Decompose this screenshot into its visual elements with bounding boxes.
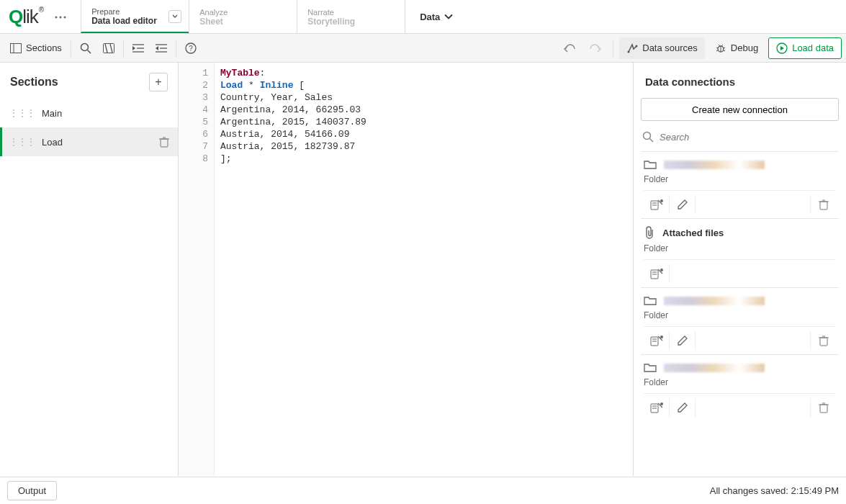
delete-connection-button[interactable] [810, 331, 836, 350]
connection-name-redacted [664, 161, 765, 169]
nav-tab-prepare[interactable]: PrepareData load editor [81, 0, 189, 33]
nav-tab-subtitle: Sheet [199, 17, 284, 27]
help-button[interactable]: ? [179, 37, 202, 59]
svg-rect-0 [11, 43, 22, 53]
output-button[interactable]: Output [7, 481, 57, 500]
edit-connection-button[interactable] [670, 331, 696, 350]
debug-button[interactable]: Debug [708, 37, 765, 59]
connection-header[interactable] [644, 362, 836, 373]
connections-title: Data connections [641, 76, 839, 88]
svg-rect-35 [820, 202, 827, 210]
search-icon [642, 131, 654, 143]
svg-line-23 [719, 45, 720, 46]
connection-type: Folder [644, 174, 836, 184]
outdent-button[interactable] [150, 37, 173, 59]
data-sources-icon [626, 42, 638, 54]
footer: Output All changes saved: 2:15:49 PM [0, 477, 846, 504]
connection-name-redacted [664, 297, 765, 305]
connection-item: Folder [641, 151, 839, 218]
connection-actions [644, 190, 836, 214]
select-data-button[interactable] [644, 331, 670, 350]
select-data-button[interactable] [644, 264, 670, 283]
svg-line-5 [110, 44, 112, 53]
svg-rect-26 [161, 139, 168, 147]
connection-item: Attached filesFolder [641, 218, 839, 287]
connection-search-input[interactable] [660, 132, 837, 143]
sections-panel: Sections + ⋮⋮⋮Main⋮⋮⋮Load [0, 63, 179, 476]
svg-line-21 [716, 50, 718, 51]
app-header: Qlik® ⋯ PrepareData load editorAnalyzeSh… [0, 0, 846, 34]
select-data-button[interactable] [644, 398, 670, 417]
create-connection-button[interactable]: Create new connection [641, 98, 839, 121]
panel-icon [10, 43, 22, 53]
connection-actions [644, 259, 836, 283]
connection-search[interactable] [641, 128, 839, 145]
connection-actions [644, 326, 836, 350]
more-menu-icon[interactable]: ⋯ [50, 9, 72, 24]
sections-header: Sections + [0, 63, 178, 99]
section-item-main[interactable]: ⋮⋮⋮Main [0, 99, 178, 127]
sections-toggle[interactable]: Sections [4, 42, 68, 53]
add-section-button[interactable]: + [149, 73, 168, 91]
svg-line-30 [650, 139, 654, 143]
nav-tab-narrate[interactable]: NarrateStorytelling [297, 0, 405, 33]
delete-connection-button[interactable] [810, 398, 836, 417]
nav-tab-analyze[interactable]: AnalyzeSheet [189, 0, 297, 33]
svg-point-29 [644, 132, 651, 140]
edit-connection-button[interactable] [670, 398, 696, 417]
svg-text:?: ? [189, 45, 193, 53]
undo-icon [563, 43, 576, 53]
connection-type: Folder [644, 243, 836, 253]
indent-icon [132, 43, 144, 53]
delete-section-icon[interactable] [159, 136, 169, 148]
grip-icon[interactable]: ⋮⋮⋮ [9, 107, 35, 119]
logo-area: Qlik® ⋯ [0, 0, 81, 33]
connection-header[interactable] [644, 295, 836, 306]
attachment-icon [644, 226, 655, 239]
section-item-load[interactable]: ⋮⋮⋮Load [0, 127, 178, 156]
toolbar-right: Data sources Debug Load data [558, 37, 842, 59]
svg-rect-46 [820, 338, 827, 346]
redo-button[interactable] [584, 37, 607, 59]
comment-toggle-button[interactable] [97, 37, 120, 59]
edit-connection-button[interactable] [670, 195, 696, 214]
connection-header[interactable]: Attached files [644, 226, 836, 239]
data-sources-label: Data sources [642, 42, 698, 53]
svg-line-3 [87, 50, 91, 53]
connections-panel: Data connections Create new connection F… [634, 63, 846, 476]
svg-line-24 [721, 45, 723, 46]
connection-actions [644, 393, 836, 417]
load-data-button[interactable]: Load data [768, 37, 842, 59]
delete-connection-button[interactable] [810, 195, 836, 214]
section-label: Main [42, 108, 62, 119]
connection-header[interactable] [644, 159, 836, 170]
connection-name: Attached files [662, 228, 724, 238]
data-sources-button[interactable]: Data sources [619, 37, 705, 59]
folder-icon [644, 295, 657, 306]
indent-button[interactable] [127, 37, 150, 59]
undo-button[interactable] [558, 37, 581, 59]
connection-type: Folder [644, 310, 836, 320]
svg-line-22 [724, 50, 725, 51]
folder-icon [644, 362, 657, 373]
qlik-logo: Qlik® [9, 6, 42, 28]
connection-type: Folder [644, 377, 836, 387]
toolbar-separator [71, 40, 71, 57]
code-content[interactable]: MyTable:Load * Inline [Country, Year, Sa… [215, 63, 633, 476]
chevron-down-icon[interactable] [168, 10, 181, 23]
code-editor[interactable]: 12345678 MyTable:Load * Inline [Country,… [179, 63, 634, 476]
svg-point-41 [660, 269, 663, 271]
search-button[interactable] [74, 37, 97, 59]
grip-icon[interactable]: ⋮⋮⋮ [9, 136, 35, 148]
data-dropdown[interactable]: Data [405, 0, 467, 33]
nav-tab-subtitle: Storytelling [307, 17, 392, 27]
line-gutter: 12345678 [179, 63, 215, 476]
select-data-button[interactable] [644, 195, 670, 214]
bug-icon [715, 42, 726, 54]
svg-line-4 [105, 44, 107, 53]
toolbar-separator [176, 40, 176, 57]
sections-toggle-label: Sections [26, 42, 62, 53]
comment-icon [103, 43, 114, 53]
redo-icon [589, 43, 602, 53]
search-icon [80, 42, 91, 54]
